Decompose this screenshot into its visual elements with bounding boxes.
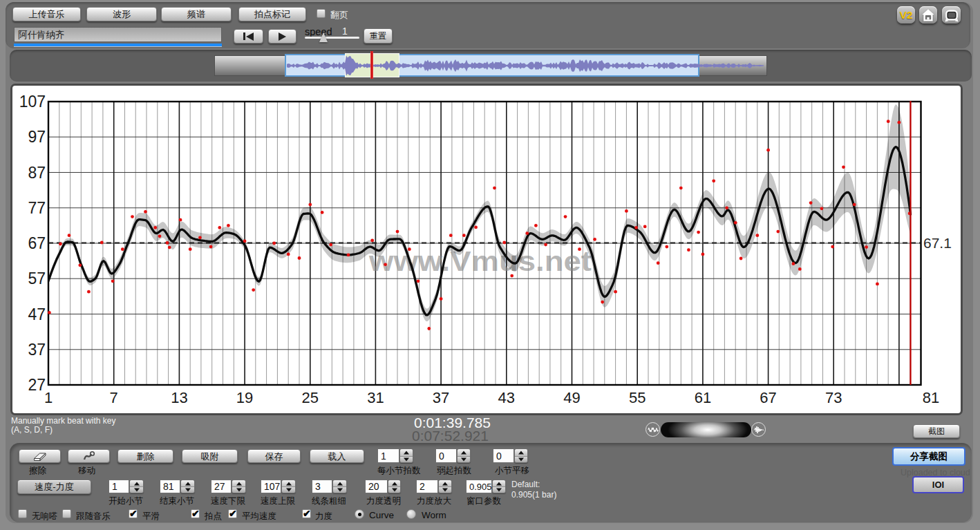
svg-text:77: 77 — [28, 199, 46, 217]
svg-text:49: 49 — [563, 389, 580, 406]
svg-text:55: 55 — [629, 389, 646, 406]
svg-text:87: 87 — [28, 164, 46, 182]
svg-text:19: 19 — [236, 389, 253, 406]
svg-text:97: 97 — [28, 128, 46, 146]
svg-text:57: 57 — [28, 269, 46, 287]
svg-text:81: 81 — [923, 389, 939, 406]
svg-text:67: 67 — [760, 389, 776, 406]
svg-text:37: 37 — [433, 389, 449, 406]
svg-text:www.Vmus.net: www.Vmus.net — [368, 246, 592, 276]
svg-text:31: 31 — [367, 389, 384, 406]
svg-text:107: 107 — [19, 93, 46, 111]
svg-text:61: 61 — [695, 389, 711, 406]
svg-text:37: 37 — [28, 341, 46, 359]
svg-text:67.1: 67.1 — [923, 235, 952, 251]
svg-text:47: 47 — [28, 305, 46, 323]
svg-text:25: 25 — [302, 389, 319, 406]
svg-text:13: 13 — [171, 389, 187, 406]
svg-text:7: 7 — [110, 389, 118, 406]
svg-text:73: 73 — [825, 389, 842, 406]
svg-text:43: 43 — [498, 389, 515, 406]
svg-text:67: 67 — [28, 234, 46, 252]
svg-text:1: 1 — [44, 389, 53, 406]
svg-text:27: 27 — [28, 376, 46, 394]
